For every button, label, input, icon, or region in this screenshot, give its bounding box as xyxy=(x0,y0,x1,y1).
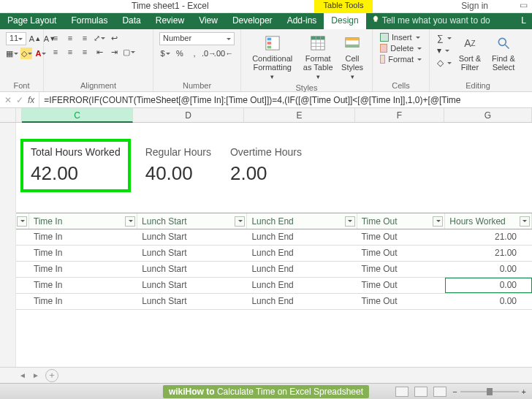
comma-format-icon[interactable]: , xyxy=(189,48,200,59)
window-controls[interactable]: ▭ xyxy=(520,0,528,10)
tab-page-layout[interactable]: Page Layout xyxy=(0,13,64,29)
align-center-icon[interactable]: ≡ xyxy=(64,46,76,58)
align-left-icon[interactable]: ≡ xyxy=(50,46,61,58)
cell-time-out[interactable]: Time Out xyxy=(357,246,446,261)
align-bottom-icon[interactable]: ≡ xyxy=(79,32,91,44)
enter-formula-icon[interactable]: ✓ xyxy=(16,95,23,105)
table-row[interactable]: Time InLunch StartLunch EndTime Out0.00 xyxy=(16,294,532,310)
cell-lunch-start[interactable]: Lunch Start xyxy=(137,262,247,277)
cell-hours-worked[interactable]: 21.00 xyxy=(445,229,532,245)
cell-time-in[interactable]: Time In xyxy=(29,229,137,245)
tab-data[interactable]: Data xyxy=(115,13,148,29)
col-header-c[interactable]: C xyxy=(22,108,133,123)
cell-time-in[interactable]: Time In xyxy=(29,246,137,261)
col-header-d[interactable]: D xyxy=(133,108,244,122)
cell-time-out[interactable]: Time Out xyxy=(357,294,446,309)
cell-lunch-end[interactable]: Lunch End xyxy=(247,294,357,309)
filter-icon[interactable] xyxy=(125,216,135,227)
increase-indent-icon[interactable]: ⇥ xyxy=(108,46,120,58)
zoom-slider[interactable]: − + xyxy=(452,387,526,396)
delete-cells-button[interactable]: Delete xyxy=(379,43,423,53)
row-headers[interactable] xyxy=(0,123,16,371)
new-sheet-button[interactable]: ＋ xyxy=(45,369,58,382)
col-header-f[interactable]: F xyxy=(355,108,444,122)
align-right-icon[interactable]: ≡ xyxy=(79,46,91,58)
cell-time-in[interactable]: Time In xyxy=(29,262,137,277)
filter-icon[interactable] xyxy=(520,216,530,227)
zoom-in-icon[interactable]: + xyxy=(522,387,526,396)
page-break-view-icon[interactable] xyxy=(433,387,446,397)
tab-developer[interactable]: Developer xyxy=(225,13,280,29)
tab-addins[interactable]: Add-ins xyxy=(280,13,324,29)
cell-time-out[interactable]: Time Out xyxy=(357,229,446,245)
merge-center-icon[interactable]: ▢ xyxy=(123,46,134,58)
decrease-indent-icon[interactable]: ⇤ xyxy=(94,46,105,58)
th-hours-worked[interactable]: Hours Worked xyxy=(445,213,532,229)
formula-input[interactable]: =IFERROR(IF(COUNT(TimeSheet[@[Time In]:[… xyxy=(39,95,532,105)
col-header-e[interactable]: E xyxy=(244,108,355,122)
zoom-out-icon[interactable]: − xyxy=(452,387,457,396)
tab-formulas[interactable]: Formulas xyxy=(64,13,115,29)
align-top-icon[interactable]: ≡ xyxy=(50,32,61,44)
sheet-nav-next-icon[interactable]: ► xyxy=(32,371,39,379)
tab-design[interactable]: Design xyxy=(324,13,365,29)
sign-in-link[interactable]: Sign in xyxy=(461,1,488,11)
col-header-g[interactable]: G xyxy=(444,108,532,122)
fx-button[interactable]: ✕ ✓ fx xyxy=(0,92,39,107)
cell-lunch-end[interactable]: Lunch End xyxy=(247,262,357,277)
decrease-decimal-icon[interactable]: .00← xyxy=(218,48,229,59)
table-row[interactable]: Time InLunch StartLunch EndTime Out21.00 xyxy=(16,229,532,246)
percent-format-icon[interactable]: % xyxy=(174,48,186,59)
fill-color-icon[interactable]: ◇ xyxy=(20,48,32,59)
th-time-in[interactable]: Time In xyxy=(29,213,137,229)
increase-decimal-icon[interactable]: .0→ xyxy=(203,48,215,59)
table-row[interactable]: Time InLunch StartLunch EndTime Out0.00 xyxy=(16,262,532,278)
filter-icon[interactable] xyxy=(235,216,245,227)
border-icon[interactable]: ▦ xyxy=(6,48,18,59)
normal-view-icon[interactable] xyxy=(395,387,408,397)
sort-filter-button[interactable]: AZ Sort & Filter xyxy=(455,32,485,73)
cancel-formula-icon[interactable]: ✕ xyxy=(4,95,12,105)
cell-hours-worked[interactable]: 0.00 xyxy=(445,294,532,309)
cell-hours-worked[interactable]: 21.00 xyxy=(445,246,532,261)
table-row[interactable]: Time InLunch StartLunch EndTime Out0.00 xyxy=(16,278,532,294)
clear-button[interactable]: ◇ xyxy=(436,57,453,69)
cell-time-in[interactable]: Time In xyxy=(29,294,137,309)
cell-lunch-start[interactable]: Lunch Start xyxy=(137,294,247,309)
cell-lunch-end[interactable]: Lunch End xyxy=(247,278,357,293)
cell-time-out[interactable]: Time Out xyxy=(357,262,446,277)
page-layout-view-icon[interactable] xyxy=(414,387,428,397)
worksheet-grid[interactable]: Total Hours Worked 42.00 Regular Hours 4… xyxy=(0,123,532,371)
tab-view[interactable]: View xyxy=(191,13,225,29)
cell-lunch-end[interactable]: Lunch End xyxy=(247,229,357,245)
align-middle-icon[interactable]: ≡ xyxy=(64,32,76,44)
table-row[interactable]: Time InLunch StartLunch EndTime Out21.00 xyxy=(16,246,532,262)
th-lunch-start[interactable]: Lunch Start xyxy=(137,213,247,229)
filter-icon[interactable] xyxy=(433,216,443,227)
col-header-b[interactable] xyxy=(16,108,22,122)
select-all-corner[interactable] xyxy=(0,108,16,122)
orientation-icon[interactable]: ⤢ xyxy=(94,32,105,44)
tell-me-box[interactable]: Tell me what you want to do xyxy=(366,13,496,29)
font-size-select[interactable]: 11 xyxy=(6,32,26,45)
filter-icon[interactable] xyxy=(345,216,355,227)
th-time-out[interactable]: Time Out xyxy=(357,213,446,229)
sheet-nav-prev-icon[interactable]: ◄ xyxy=(19,371,26,379)
conditional-formatting-button[interactable]: Conditional Formatting▾ xyxy=(247,32,297,82)
find-select-button[interactable]: Find & Select xyxy=(487,32,520,73)
cell-styles-button[interactable]: Cell Styles▾ xyxy=(338,32,366,82)
wrap-text-icon[interactable]: ↩ xyxy=(108,32,120,44)
cell-time-in[interactable]: Time In xyxy=(29,278,137,293)
cell-hours-worked[interactable]: 0.00 xyxy=(445,262,532,277)
cell-lunch-start[interactable]: Lunch Start xyxy=(137,278,247,293)
cell-lunch-start[interactable]: Lunch Start xyxy=(137,229,247,245)
accounting-format-icon[interactable]: $ xyxy=(159,48,171,59)
cell-lunch-start[interactable]: Lunch Start xyxy=(137,246,247,261)
autosum-button[interactable]: ∑ xyxy=(436,32,453,44)
number-format-select[interactable]: Number xyxy=(159,32,235,45)
insert-cells-button[interactable]: Insert xyxy=(379,32,423,42)
cell-lunch-end[interactable]: Lunch End xyxy=(247,246,357,261)
format-as-table-button[interactable]: Format as Table▾ xyxy=(299,32,337,82)
filter-rownum[interactable] xyxy=(16,213,29,229)
th-lunch-end[interactable]: Lunch End xyxy=(247,213,357,229)
